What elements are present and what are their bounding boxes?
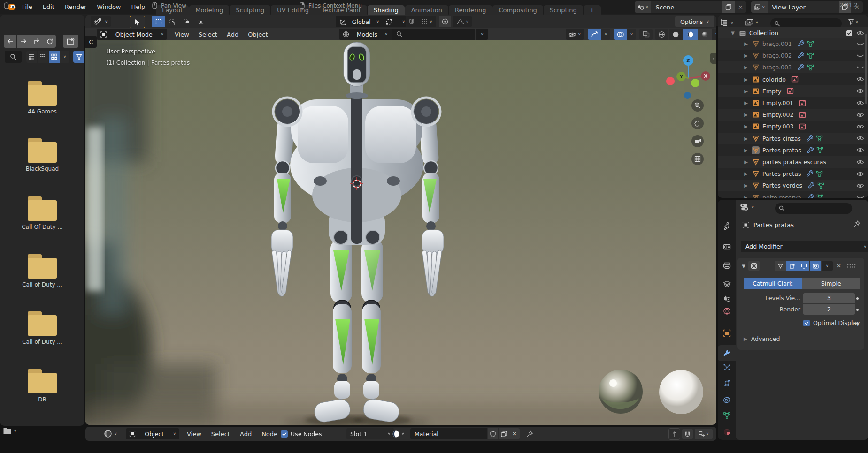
scene-selector[interactable]: ∨ Scene ✕ [635,1,746,13]
node-snapping-toggle[interactable] [682,429,693,439]
properties-tab-tool[interactable] [718,219,736,233]
workspace-tab-shading[interactable]: Shading [368,5,405,15]
select-tweak-button[interactable] [166,16,179,27]
disclosure-icon[interactable]: ▶ [743,112,749,117]
disclosure-icon[interactable]: ▶ [743,195,749,198]
viewport-menu-view[interactable]: View [172,30,192,39]
snap-target-dropdown[interactable]: ∨ [418,16,436,27]
select-box-button[interactable] [152,16,165,27]
outliner-row[interactable]: ▶ Partes pretas [718,168,868,180]
shading-wireframe-button[interactable] [655,29,668,40]
eye-icon[interactable] [856,136,864,141]
disclosure-icon[interactable]: ▶ [743,148,749,153]
shader-menu-node[interactable]: Node [259,430,280,438]
material-unlink-icon[interactable]: ✕ [509,428,520,439]
mode-dropdown[interactable]: Object Mode ∨ [97,29,167,40]
material-name-field[interactable]: Material [410,428,487,439]
disclosure-icon[interactable]: ▶ [743,171,749,176]
workspace-tab-modeling[interactable]: Modeling [189,5,229,15]
view-layer-name[interactable]: View Layer [768,4,839,11]
properties-tab-constraints[interactable] [718,393,736,407]
display-horizontal-list-button[interactable] [38,51,48,63]
eye-icon[interactable] [856,112,864,118]
eye-icon[interactable] [856,183,864,189]
scene-copy-icon[interactable] [722,1,735,13]
options-dropdown[interactable]: Options ∨ [675,16,714,27]
menu-help[interactable]: Help [126,0,151,14]
file-refresh-button[interactable] [43,35,56,48]
menu-render[interactable]: Render [60,0,92,14]
snap-toggle[interactable] [406,16,418,27]
eye-closed-icon[interactable] [856,53,864,59]
viewport-pan-button[interactable] [691,117,704,129]
outliner-row[interactable]: ▶ Partes cinzas [718,133,868,144]
modifier-edit-mode-toggle[interactable] [775,261,786,271]
outliner-filter-dropdown[interactable]: ∨ [848,19,859,25]
disclosure-icon[interactable]: ▶ [743,89,749,94]
advanced-section-toggle[interactable]: ▶ Advanced [744,335,780,342]
shader-menu-view[interactable]: View [184,430,204,438]
file-filter-toggle[interactable] [73,51,84,63]
node-overlay-dropdown[interactable]: ∨ [695,429,713,439]
properties-tab-physics[interactable] [718,376,736,390]
modifier-drag-handle[interactable] [847,264,856,268]
properties-tab-output[interactable] [718,258,736,272]
folder-item[interactable]: 4A Games [0,81,84,115]
catmull-clark-button[interactable]: Catmull-Clark [744,278,802,289]
workspace-tab-compositing[interactable]: Compositing [492,5,543,15]
workspace-tab-sculpting[interactable]: Sculpting [230,5,270,15]
outliner-display-mode-dropdown[interactable]: ∨ [745,19,759,26]
shader-menu-add[interactable]: Add [237,430,254,438]
properties-tab-view-layer[interactable] [718,277,736,291]
pin-icon[interactable] [526,430,533,438]
properties-tab-modifiers[interactable] [718,345,736,361]
modifier-render-toggle[interactable] [810,261,821,271]
collections-corner-button[interactable]: C [85,36,97,48]
outliner-row[interactable]: ▶ peito reserva [718,192,868,198]
eye-icon[interactable] [856,100,864,106]
outliner-row[interactable]: ▶ braço.002 [718,50,868,61]
shading-material-preview-button[interactable] [683,29,698,40]
select-circle-button[interactable] [180,16,193,27]
disclosure-icon[interactable]: ▶ [743,124,749,129]
menu-edit[interactable]: Edit [38,0,60,14]
menu-file[interactable]: File [17,0,38,14]
folder-item[interactable]: DB [0,369,84,403]
scene-unlink-icon[interactable]: ✕ [735,4,746,11]
eye-icon[interactable] [856,88,864,94]
asset-browser-select[interactable]: Models ∨ ∨ [339,29,488,40]
transform-orientation-dropdown[interactable]: Global ∨ [336,16,383,27]
add-workspace-button[interactable]: + [584,5,601,15]
shading-solid-button[interactable] [669,29,683,40]
properties-tab-particles[interactable] [718,360,736,374]
collection-checkbox[interactable] [846,30,853,37]
navigation-gizmo[interactable]: Z Y X [663,45,714,97]
modifier-cage-toggle[interactable] [786,261,798,271]
modifier-realtime-toggle[interactable] [798,261,809,271]
shader-menu-select[interactable]: Select [208,430,233,438]
disclosure-icon[interactable]: ▶ [743,53,749,58]
eye-icon[interactable] [856,30,864,36]
outliner-row[interactable]: ▶ Partes pratas [718,144,868,156]
pivot-point-dropdown[interactable]: ∨ [383,16,408,27]
folder-item[interactable]: Call of Duty ... [0,254,84,288]
display-thumbnails-button[interactable] [49,51,60,63]
browse-material-dropdown[interactable]: ∨ [392,430,405,438]
viewport-menu-select[interactable]: Select [196,30,220,39]
gizmo-z-negative[interactable] [684,92,691,99]
show-gizmo-toggle[interactable] [588,29,601,40]
viewport-menu-object[interactable]: Object [245,30,270,39]
levels-viewport-animate-dot[interactable] [856,297,859,300]
disclosure-icon[interactable]: ▶ [743,77,749,82]
show-overlays-toggle[interactable] [614,29,627,40]
eye-closed-icon[interactable] [856,65,864,70]
disclosure-icon[interactable]: ▶ [743,136,749,141]
viewport-canvas[interactable]: User Perspective (1) Collection | Partes… [85,40,716,425]
fake-user-shield-icon[interactable] [488,428,498,439]
proportional-editing-toggle[interactable] [439,16,451,27]
viewport-ortho-button[interactable] [691,153,704,165]
properties-tab-world[interactable] [718,304,736,318]
outliner-row-collection[interactable]: ▼ Collection [718,27,868,39]
editor-type-selector-filebrowser[interactable]: ∨ [3,427,17,435]
display-mode-dropdown[interactable]: ∨ [60,51,69,63]
